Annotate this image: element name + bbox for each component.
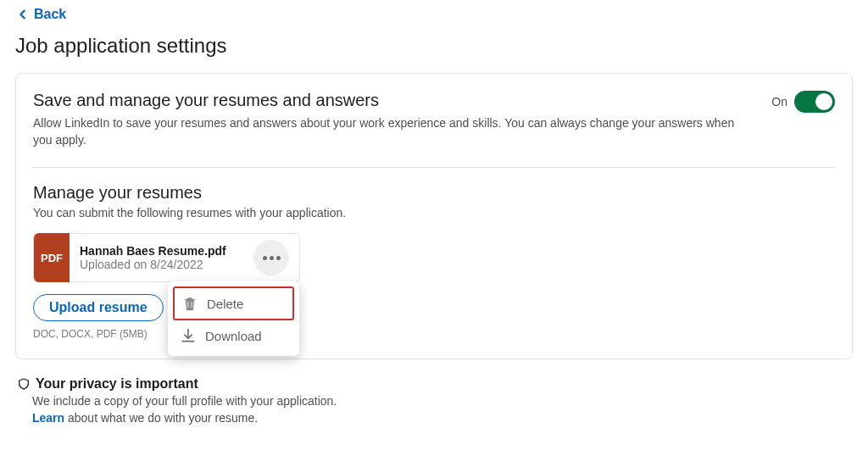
chevron-left-icon [17,8,29,20]
download-option[interactable]: Download [173,320,294,351]
resume-item: PDF Hannah Baes Resume.pdf Uploaded on 8… [33,233,300,282]
download-label: Download [205,329,262,343]
resume-filename: Hannah Baes Resume.pdf [80,244,243,258]
privacy-title-row: Your privacy is important [17,376,851,392]
resumes-description: You can submit the following resumes wit… [33,206,835,220]
privacy-body: We include a copy of your full profile w… [17,393,851,426]
resume-info: Hannah Baes Resume.pdf Uploaded on 8/24/… [80,244,243,271]
delete-label: Delete [207,297,243,311]
delete-option[interactable]: Delete [173,286,294,320]
learn-link[interactable]: Learn [32,411,64,425]
page-title: Job application settings [15,34,853,58]
resume-upload-date: Uploaded on 8/24/2022 [80,258,243,271]
privacy-line1: We include a copy of your full profile w… [32,393,851,410]
pdf-badge: PDF [34,233,70,282]
privacy-line2-suffix: about what we do with your resume. [64,411,258,425]
save-toggle[interactable] [794,91,835,113]
more-options-button[interactable] [253,240,289,275]
save-heading: Save and manage your resumes and answers [33,91,754,110]
download-icon [180,327,197,344]
trash-icon [181,295,198,312]
back-link[interactable]: Back [15,7,66,34]
privacy-title: Your privacy is important [36,376,198,392]
save-toggle-wrap: On [771,91,835,113]
file-format-hint: DOC, DOCX, PDF (5MB) [33,328,835,340]
resume-dropdown: Delete Download [168,281,299,356]
upload-label: Upload resume [49,300,147,315]
toggle-knob [815,93,832,110]
back-label: Back [34,7,66,22]
upload-resume-button[interactable]: Upload resume [33,294,164,321]
save-description: Allow LinkedIn to save your resumes and … [33,115,754,148]
shield-icon [17,377,31,391]
save-section-header: Save and manage your resumes and answers… [33,91,835,148]
toggle-label: On [771,95,787,108]
settings-card: Save and manage your resumes and answers… [15,73,853,359]
resumes-heading: Manage your resumes [33,183,835,203]
dots-icon [263,256,267,260]
privacy-section: Your privacy is important We include a c… [15,376,853,426]
divider [33,167,835,168]
